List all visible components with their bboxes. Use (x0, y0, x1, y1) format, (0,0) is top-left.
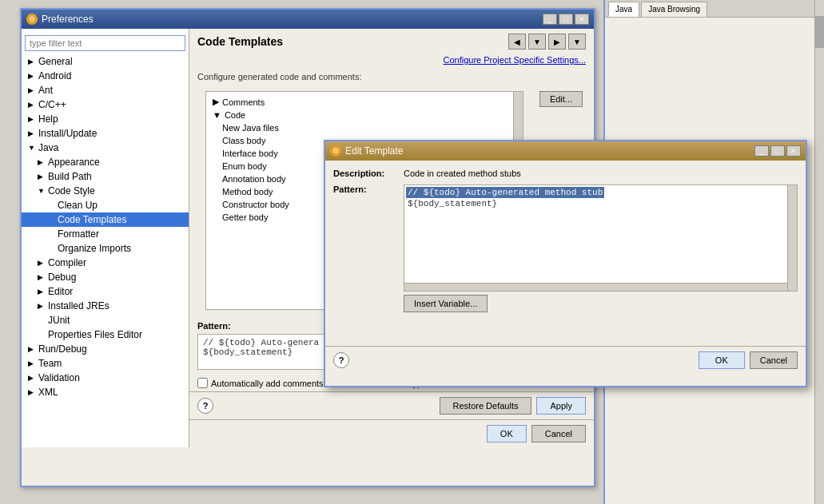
ok-button[interactable]: OK (487, 425, 527, 442)
help-button[interactable]: ? (197, 398, 213, 414)
nav-label-compiler: Compiler (48, 257, 86, 268)
nav-label-cpp: C/C++ (38, 99, 66, 110)
nav-item-cpp[interactable]: ▶ C/C++ (22, 97, 189, 112)
pref-ok-cancel: OK Cancel (189, 419, 594, 447)
description-row: Description: Code in created method stub… (333, 169, 798, 178)
nav-item-buildpath[interactable]: ▶ Build Path (22, 169, 189, 184)
editor-scrollbar-h[interactable] (404, 283, 787, 291)
pref-minimize-btn[interactable]: _ (543, 14, 557, 25)
expand-arrow: ▶ (38, 302, 46, 310)
nav-item-xml[interactable]: ▶ XML (22, 385, 189, 399)
edit-dialog-controls: _ □ ✕ (754, 145, 801, 157)
pref-close-btn[interactable]: ✕ (575, 14, 589, 25)
nav-item-organizeimports[interactable]: Organize Imports (22, 241, 189, 256)
auto-comment-checkbox[interactable] (197, 378, 208, 388)
nav-item-installedjres[interactable]: ▶ Installed JREs (22, 299, 189, 313)
expand-arrow: ▶ (28, 388, 36, 396)
expand-arrow-empty (47, 230, 55, 238)
nav-label-ant: Ant (38, 85, 53, 96)
tree-label-interfacebody: Interface body (222, 149, 278, 158)
edit-button[interactable]: Edit... (539, 91, 583, 107)
configure-link[interactable]: Configure Project Specific Settings... (443, 55, 586, 65)
pref-icon: ⚙ (26, 14, 38, 25)
restore-defaults-button[interactable]: Restore Defaults (440, 397, 532, 415)
apply-button[interactable]: Apply (536, 397, 586, 415)
expand-arrow-empty (47, 201, 55, 209)
pattern-editor[interactable]: // ${todo} Auto-generated method stub ${… (404, 185, 798, 292)
expand-arrow: ▶ (28, 101, 36, 109)
right-panel-scrollbar[interactable] (814, 0, 824, 504)
edit-dialog-cancel[interactable]: Cancel (750, 351, 798, 369)
nav-item-rundebug[interactable]: ▶ Run/Debug (22, 342, 189, 356)
edit-dialog-minimize[interactable]: _ (754, 145, 769, 157)
pattern-line-2-edit: ${body_statement} (406, 198, 795, 209)
tree-label-annotationbody: Annotation body (222, 174, 286, 184)
configure-link-container: Configure Project Specific Settings... (189, 53, 594, 69)
nav-label-codetemplates: Code Templates (58, 214, 127, 225)
nav-label-appearance: Appearance (48, 157, 100, 168)
description-label: Description: (333, 169, 397, 178)
tree-label-classbody: Class body (222, 136, 265, 145)
description-value: Code in created method stubs (404, 169, 798, 178)
back-btn[interactable]: ◀ (508, 34, 526, 50)
edit-dialog-help[interactable]: ? (333, 352, 349, 368)
tree-label-newjavafiles: New Java files (222, 123, 279, 133)
pref-title: Preferences (42, 14, 94, 25)
right-panel-tabs: Java Java Browsing (605, 0, 824, 18)
nav-item-cleanup[interactable]: Clean Up (22, 198, 189, 212)
pref-titlebar: ⚙ Preferences _ □ ✕ (22, 10, 594, 29)
edit-dialog-maximize[interactable]: □ (770, 145, 785, 157)
expand-arrow: ▶ (38, 273, 46, 281)
forward-dropdown-btn[interactable]: ▼ (568, 34, 586, 50)
nav-item-debug[interactable]: ▶ Debug (22, 270, 189, 284)
nav-label-organizeimports: Organize Imports (58, 243, 131, 254)
editor-scrollbar-v[interactable] (787, 185, 797, 291)
expand-arrow: ▶ (38, 173, 46, 181)
nav-item-help[interactable]: ▶ Help (22, 112, 189, 126)
nav-label-cleanup: Clean Up (58, 200, 98, 211)
nav-label-junit: JUnit (48, 315, 70, 326)
tree-label-constructorbody: Constructor body (222, 200, 289, 209)
edit-dialog-close[interactable]: ✕ (786, 145, 801, 157)
nav-item-junit[interactable]: JUnit (22, 313, 189, 327)
nav-item-general[interactable]: ▶ General (22, 54, 189, 69)
pref-nav: ▶ General ▶ Android ▶ Ant ▶ C/C++ ▶ Help… (22, 29, 189, 447)
tab-java[interactable]: Java (608, 2, 639, 17)
nav-item-codestyle[interactable]: ▼ Code Style (22, 184, 189, 198)
nav-item-team[interactable]: ▶ Team (22, 356, 189, 371)
nav-label-xml: XML (38, 387, 58, 398)
nav-item-ant[interactable]: ▶ Ant (22, 83, 189, 97)
cancel-button[interactable]: Cancel (531, 425, 586, 442)
nav-label-editor: Editor (48, 286, 73, 297)
nav-item-appearance[interactable]: ▶ Appearance (22, 155, 189, 169)
pref-window-controls: _ □ ✕ (543, 14, 589, 25)
nav-label-installupdate: Install/Update (38, 128, 97, 139)
nav-item-formatter[interactable]: Formatter (22, 227, 189, 241)
tree-item-code[interactable]: ▼ Code (206, 109, 513, 121)
nav-item-propertieseditor[interactable]: Properties Files Editor (22, 327, 189, 342)
nav-item-android[interactable]: ▶ Android (22, 69, 189, 83)
dropdown-btn[interactable]: ▼ (528, 34, 546, 50)
expand-arrow: ▶ (38, 158, 46, 166)
nav-item-validation[interactable]: ▶ Validation (22, 371, 189, 385)
nav-item-codetemplates[interactable]: Code Templates (22, 212, 189, 227)
forward-btn[interactable]: ▶ (548, 34, 566, 50)
pref-maximize-btn[interactable]: □ (559, 14, 573, 25)
expand-arrow: ▶ (38, 288, 46, 296)
tree-item-newjavafiles[interactable]: New Java files (206, 121, 513, 134)
nav-item-installupdate[interactable]: ▶ Install/Update (22, 126, 189, 141)
tab-java-browsing[interactable]: Java Browsing (641, 2, 707, 17)
expand-arrow: ▶ (28, 359, 36, 367)
filter-input[interactable] (25, 35, 185, 51)
tree-label-comments: Comments (222, 97, 265, 107)
insert-variable-button[interactable]: Insert Variable... (404, 295, 488, 312)
tree-item-comments[interactable]: ▶ Comments (206, 95, 513, 109)
edit-template-dialog: ⚙ Edit Template _ □ ✕ Description: Code … (324, 140, 807, 387)
nav-item-java[interactable]: ▼ Java (22, 141, 189, 155)
nav-item-editor[interactable]: ▶ Editor (22, 284, 189, 299)
nav-label-propertieseditor: Properties Files Editor (48, 329, 142, 340)
edit-dialog-ok[interactable]: OK (699, 351, 745, 369)
tree-label-enumbody: Enum body (222, 161, 267, 171)
nav-item-compiler[interactable]: ▶ Compiler (22, 256, 189, 270)
tree-label-methodbody: Method body (222, 187, 273, 196)
